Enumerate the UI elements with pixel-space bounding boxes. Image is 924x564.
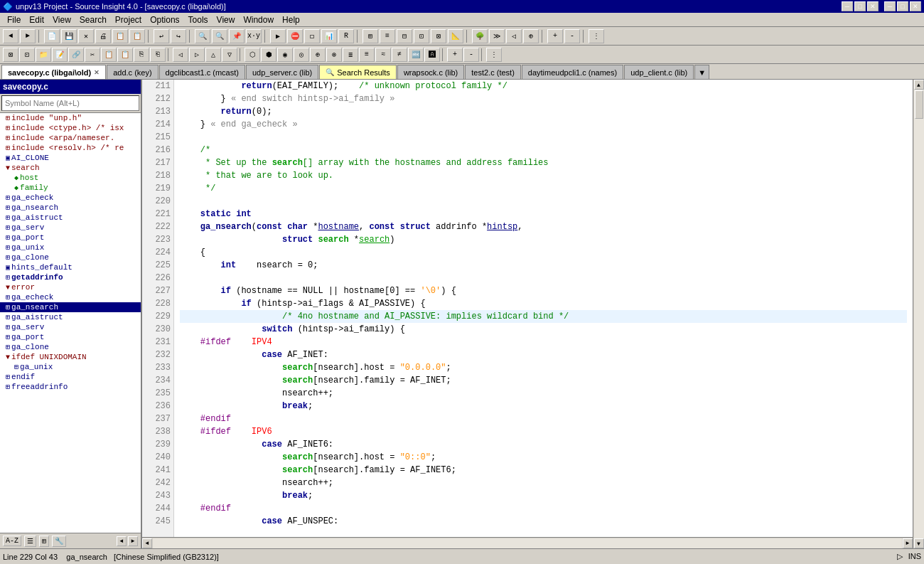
tab-dgc[interactable]: dgclibcast1.c (mcast)	[159, 65, 245, 79]
save-button[interactable]: 💾	[61, 29, 77, 43]
tb2-15[interactable]: ⬡	[245, 48, 260, 62]
scroll-right-button[interactable]: ►	[128, 536, 138, 546]
tree-item-error[interactable]: ▼ error	[0, 282, 141, 292]
menu-view[interactable]: View	[48, 14, 75, 26]
code-text[interactable]: return(EAI_FAMILY); /* unknown protocol …	[174, 80, 913, 537]
tb14[interactable]: ≡	[380, 29, 395, 43]
tab-savecopy[interactable]: savecopy.c (libgai\old) ✕	[1, 65, 106, 79]
tree-item-getaddrinfo[interactable]: ⊞ getaddrinfo	[0, 272, 141, 282]
tree-item-freeaddrinfo[interactable]: ⊞ freeaddrinfo	[0, 382, 141, 392]
tb2-17[interactable]: ◉	[277, 48, 293, 62]
menu-file[interactable]: File	[3, 14, 25, 26]
list-view-button[interactable]: ☰	[24, 536, 36, 547]
tb11[interactable]: 📊	[321, 29, 337, 43]
tree-item-ga-aistruct2[interactable]: ⊞ ga_aistruct	[0, 312, 141, 322]
tb2-11[interactable]: ◁	[173, 48, 188, 62]
tb2-4[interactable]: 📝	[52, 48, 68, 62]
tb2-2[interactable]: ⊡	[19, 48, 35, 62]
tree-item-endif[interactable]: ⊞ endif	[0, 372, 141, 382]
tb2-10[interactable]: ⎗	[150, 48, 166, 62]
app-minimize-button[interactable]: ─	[884, 1, 896, 11]
tree-item-ga-nsearch2[interactable]: ⊞ ga_nsearch	[0, 302, 141, 312]
tree-item-ga-clone2[interactable]: ⊞ ga_clone	[0, 342, 141, 352]
redo-button[interactable]: ↪	[171, 29, 186, 43]
tree-item-ga-port2[interactable]: ⊞ ga_port	[0, 332, 141, 342]
tb7[interactable]: x·y	[246, 29, 262, 43]
v-scroll-up-btn[interactable]: ▲	[914, 80, 924, 90]
tree-item-ga-serv2[interactable]: ⊞ ga_serv	[0, 322, 141, 332]
back-button[interactable]: ◄	[3, 29, 18, 43]
menu-search[interactable]: Search	[75, 14, 111, 26]
close-button[interactable]: ✕	[78, 29, 94, 43]
tree-item-ga-nsearch[interactable]: ⊞ ga_nsearch	[0, 203, 141, 213]
az-sort-button[interactable]: A-Z	[3, 536, 21, 546]
symbol-input[interactable]	[1, 95, 139, 111]
tb17[interactable]: ⊠	[431, 29, 446, 43]
tb2-23[interactable]: ≈	[375, 48, 391, 62]
close-inner-button[interactable]: ✕	[867, 1, 879, 11]
maximize-button[interactable]: □	[854, 1, 866, 11]
tree-item-ga-clone[interactable]: ⊞ ga_clone	[0, 252, 141, 262]
h-scroll-left-btn[interactable]: ◄	[142, 538, 152, 548]
tb2-7[interactable]: 📋	[101, 48, 117, 62]
tb15[interactable]: ⊟	[397, 29, 412, 43]
tab-wrapsock[interactable]: wrapsock.c (lib)	[397, 65, 464, 79]
tb2-8[interactable]: 📋	[117, 48, 133, 62]
tree-item-include-arpa[interactable]: ⊞ include <arpa/nameser.	[0, 133, 141, 143]
tb2-21[interactable]: ≣	[343, 48, 358, 62]
tb16[interactable]: ⊡	[414, 29, 429, 43]
open-button[interactable]: 📄	[44, 29, 60, 43]
tb2-18[interactable]: ◎	[294, 48, 309, 62]
menu-edit[interactable]: Edit	[25, 14, 48, 26]
tb2-26[interactable]: 🅰	[424, 48, 440, 62]
tree-view-button[interactable]: ⊞	[39, 536, 49, 547]
tb2-13[interactable]: △	[205, 48, 221, 62]
tb13[interactable]: ⊞	[362, 29, 378, 43]
tab-test2[interactable]: test2.c (test)	[465, 65, 521, 79]
tb25[interactable]: ⋮	[589, 29, 604, 43]
tree-item-ga-port[interactable]: ⊞ ga_port	[0, 233, 141, 243]
tb21[interactable]: ◁	[506, 29, 522, 43]
v-scroll-down-btn[interactable]: ▼	[914, 538, 924, 548]
tree-item-host[interactable]: ◆ host	[0, 173, 141, 183]
minimize-button[interactable]: ─	[842, 1, 853, 11]
tb12[interactable]: R	[338, 29, 354, 43]
tb10[interactable]: ◻	[304, 29, 320, 43]
tree-item-include-ctype[interactable]: ⊞ include <ctype.h> /* isx	[0, 123, 141, 133]
tb2-29[interactable]: ⋮	[486, 48, 502, 62]
tab-udp-client[interactable]: udp_client.c (lib)	[624, 65, 694, 79]
v-scroll-track[interactable]	[914, 90, 924, 538]
tree-item-family[interactable]: ◆ family	[0, 183, 141, 193]
tree-item-ifdef-unix[interactable]: ▼ ifdef UNIXDOMAIN	[0, 352, 141, 362]
tb2-9[interactable]: ⎘	[134, 48, 149, 62]
tb2-12[interactable]: ▷	[189, 48, 205, 62]
undo-button[interactable]: ↩	[154, 29, 169, 43]
v-scroll-thumb[interactable]	[915, 90, 923, 119]
tb18[interactable]: 📐	[448, 29, 463, 43]
tb23[interactable]: +	[547, 29, 563, 43]
menu-tools[interactable]: Tools	[184, 14, 213, 26]
tb2-20[interactable]: ⊗	[326, 48, 342, 62]
h-scroll-right-btn[interactable]: ►	[903, 538, 913, 548]
tb2-19[interactable]: ⊕	[310, 48, 326, 62]
scroll-left-button[interactable]: ◄	[117, 536, 127, 546]
tb2-16[interactable]: ⬢	[261, 48, 276, 62]
menu-window[interactable]: Window	[239, 14, 278, 26]
tab-search-results[interactable]: 🔍 Search Results	[319, 65, 397, 79]
tb2-1[interactable]: ⊠	[3, 48, 18, 62]
tree-item-ga-aistruct[interactable]: ⊞ ga_aistruct	[0, 213, 141, 223]
forward-button[interactable]: ►	[20, 29, 36, 43]
tb4[interactable]: 📋	[129, 29, 145, 43]
tree-item-ai-clone[interactable]: ▣ AI_CLONE	[0, 153, 141, 163]
menu-project[interactable]: Project	[111, 14, 146, 26]
menu-view2[interactable]: View	[213, 14, 240, 26]
settings-button[interactable]: 🔧	[52, 536, 66, 547]
tb9[interactable]: ⛔	[287, 29, 303, 43]
menu-help[interactable]: Help	[278, 14, 304, 26]
tree-item-ga-unix[interactable]: ⊞ ga_unix	[0, 243, 141, 252]
menu-options[interactable]: Options	[146, 14, 183, 26]
tab-add[interactable]: add.c (key)	[107, 65, 158, 79]
tb19[interactable]: 🌳	[472, 29, 488, 43]
tree-item-ga-unix2[interactable]: ⊞ ga_unix	[0, 362, 141, 372]
app-close-button[interactable]: ✕	[910, 1, 921, 11]
